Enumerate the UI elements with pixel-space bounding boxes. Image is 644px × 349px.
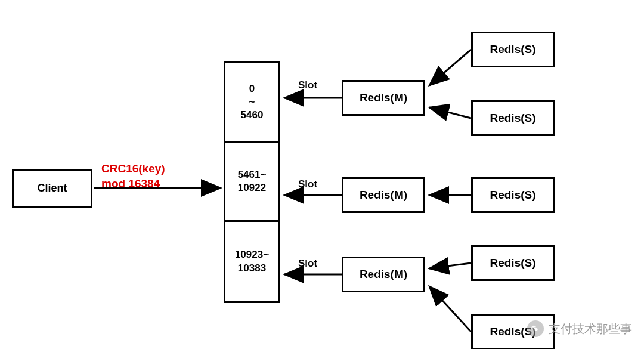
- hash-label: CRC16(key) mod 16384: [101, 162, 165, 191]
- slot0-line1: 0: [249, 82, 255, 95]
- master-box-1: Redis(M): [342, 177, 425, 213]
- slave0-label: Redis(S): [490, 43, 535, 56]
- client-box: Client: [12, 169, 92, 208]
- svg-line-5: [429, 50, 471, 85]
- slot-label-2: Slot: [298, 258, 317, 270]
- master2-label: Redis(M): [360, 268, 407, 281]
- svg-line-6: [429, 107, 471, 118]
- slave3-label: Redis(S): [490, 257, 535, 270]
- slot-label-0: Slot: [298, 79, 317, 91]
- watermark-text: 支付技术那些事: [549, 321, 632, 337]
- watermark: 支付技术那些事: [527, 320, 632, 337]
- slave-box-3: Redis(S): [471, 245, 555, 281]
- hash-line2: mod 16384: [101, 177, 165, 192]
- slave1-label: Redis(S): [490, 112, 535, 125]
- slot2-line1: 10923~: [235, 248, 269, 261]
- slot1-line1: 5461~: [238, 168, 267, 181]
- slot2-line2: 10383: [238, 262, 266, 275]
- master1-label: Redis(M): [360, 189, 407, 202]
- master-box-0: Redis(M): [342, 80, 425, 116]
- slave-box-2: Redis(S): [471, 177, 555, 213]
- slave-box-1: Redis(S): [471, 100, 555, 136]
- master-box-2: Redis(M): [342, 257, 425, 292]
- slot1-line2: 10922: [238, 181, 266, 194]
- slave2-label: Redis(S): [490, 189, 535, 202]
- wechat-icon: [527, 320, 544, 337]
- slot-cell-1: 5461~ 10922: [225, 143, 278, 222]
- slot0-line3: 5460: [241, 109, 264, 122]
- slot-container: 0 ~ 5460 5461~ 10922 10923~ 10383: [224, 61, 280, 303]
- svg-line-8: [429, 263, 471, 268]
- slot0-line2: ~: [249, 95, 255, 109]
- slot-label-1: Slot: [298, 178, 317, 190]
- slot-cell-2: 10923~ 10383: [225, 222, 278, 301]
- hash-line1: CRC16(key): [101, 162, 165, 177]
- slot-cell-0: 0 ~ 5460: [225, 63, 278, 143]
- client-label: Client: [37, 182, 67, 194]
- master0-label: Redis(M): [360, 91, 407, 104]
- slave-box-0: Redis(S): [471, 32, 555, 67]
- svg-line-9: [429, 286, 471, 332]
